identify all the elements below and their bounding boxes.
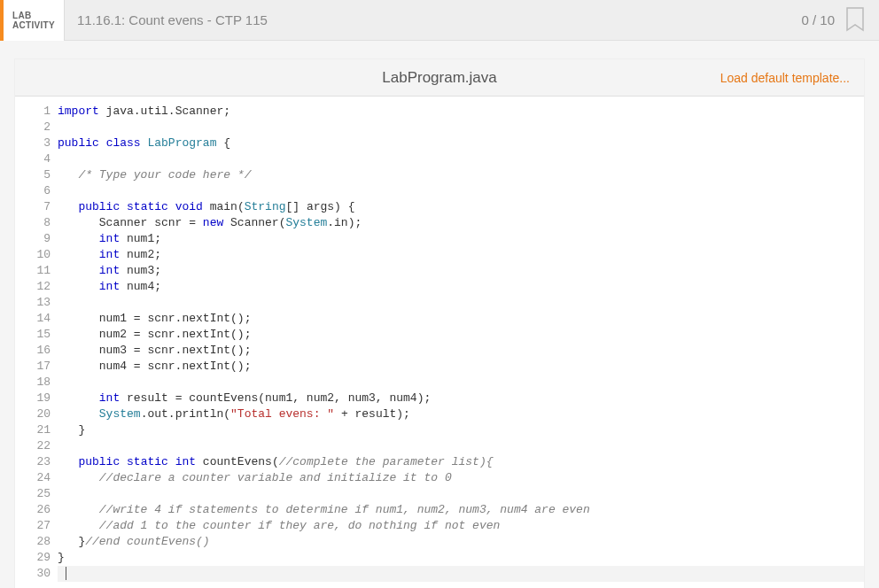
line-number: 29 — [15, 550, 51, 566]
line-number: 13 — [15, 295, 51, 311]
activity-title: 11.16.1: Count evens - CTP 115 — [65, 12, 802, 27]
line-number: 28 — [15, 534, 51, 550]
code-line[interactable]: } — [58, 550, 864, 566]
line-number: 30 — [15, 566, 51, 582]
code-line[interactable] — [58, 151, 864, 167]
line-number: 11 — [15, 263, 51, 279]
code-line[interactable]: int num2; — [58, 247, 864, 263]
code-line[interactable]: num3 = scnr.nextInt(); — [58, 343, 864, 359]
code-line[interactable]: num2 = scnr.nextInt(); — [58, 327, 864, 343]
code-line[interactable]: import java.util.Scanner; — [58, 104, 864, 120]
code-line[interactable] — [58, 375, 864, 391]
code-line[interactable] — [58, 566, 864, 582]
top-bar: LAB ACTIVITY 11.16.1: Count evens - CTP … — [0, 0, 879, 41]
code-line[interactable]: int num3; — [58, 263, 864, 279]
code-line[interactable]: public static void main(String[] args) { — [58, 199, 864, 215]
editor-panel: LabProgram.java Load default template...… — [14, 58, 865, 588]
code-line[interactable]: /* Type your code here */ — [58, 167, 864, 183]
line-number: 12 — [15, 279, 51, 295]
score-display: 0 / 10 — [801, 12, 835, 27]
code-line[interactable] — [58, 120, 864, 135]
code-line[interactable]: //write 4 if statements to determine if … — [58, 502, 864, 518]
lab-badge-line2: ACTIVITY — [12, 20, 55, 30]
line-number: 2 — [15, 120, 51, 135]
line-number: 1 — [15, 104, 51, 120]
line-number: 4 — [15, 151, 51, 167]
line-number: 5 — [15, 167, 51, 183]
app-root: LAB ACTIVITY 11.16.1: Count evens - CTP … — [0, 0, 879, 588]
line-number: 8 — [15, 215, 51, 231]
code-line[interactable]: } — [58, 422, 864, 438]
line-number: 24 — [15, 470, 51, 486]
line-number: 19 — [15, 391, 51, 406]
code-line[interactable]: int result = countEvens(num1, num2, num3… — [58, 391, 864, 406]
code-line[interactable] — [58, 295, 864, 311]
bookmark-icon[interactable] — [844, 7, 867, 34]
line-number: 23 — [15, 454, 51, 470]
code-line[interactable]: int num1; — [58, 231, 864, 247]
line-number: 26 — [15, 502, 51, 518]
code-line[interactable]: num1 = scnr.nextInt(); — [58, 311, 864, 327]
line-number-gutter: 1234567891011121314151617181920212223242… — [15, 104, 58, 582]
code-line[interactable]: public class LabProgram { — [58, 135, 864, 151]
code-line[interactable] — [58, 486, 864, 502]
code-line[interactable] — [58, 438, 864, 454]
code-line[interactable]: int num4; — [58, 279, 864, 295]
code-line[interactable]: Scanner scnr = new Scanner(System.in); — [58, 215, 864, 231]
line-number: 9 — [15, 231, 51, 247]
code-line[interactable]: public static int countEvens(//complete … — [58, 454, 864, 470]
lab-badge-line1: LAB — [12, 11, 55, 20]
lab-activity-badge: LAB ACTIVITY — [0, 0, 65, 41]
line-number: 17 — [15, 359, 51, 375]
file-header: LabProgram.java Load default template... — [15, 59, 864, 97]
code-line[interactable]: }//end countEvens() — [58, 534, 864, 550]
line-number: 21 — [15, 422, 51, 438]
code-line[interactable] — [58, 183, 864, 199]
line-number: 10 — [15, 247, 51, 263]
line-number: 25 — [15, 486, 51, 502]
line-number: 3 — [15, 135, 51, 151]
text-cursor — [66, 567, 66, 580]
line-number: 14 — [15, 311, 51, 327]
line-number: 6 — [15, 183, 51, 199]
line-number: 18 — [15, 375, 51, 391]
code-line[interactable]: //add 1 to the counter if they are, do n… — [58, 518, 864, 534]
code-editor[interactable]: 1234567891011121314151617181920212223242… — [15, 97, 864, 588]
load-default-template-link[interactable]: Load default template... — [720, 71, 864, 85]
line-number: 15 — [15, 327, 51, 343]
code-line[interactable]: num4 = scnr.nextInt(); — [58, 359, 864, 375]
code-line[interactable]: //declare a counter variable and initial… — [58, 470, 864, 486]
line-number: 27 — [15, 518, 51, 534]
line-number: 16 — [15, 343, 51, 359]
code-area[interactable]: import java.util.Scanner; public class L… — [58, 104, 864, 582]
code-line[interactable]: System.out.println("Total evens: " + res… — [58, 406, 864, 422]
line-number: 7 — [15, 199, 51, 215]
line-number: 20 — [15, 406, 51, 422]
line-number: 22 — [15, 438, 51, 454]
